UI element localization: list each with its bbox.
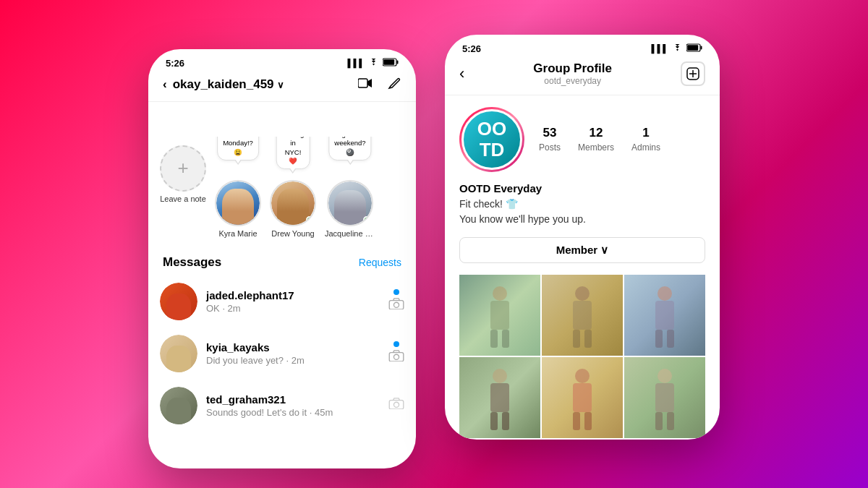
svg-point-28	[493, 369, 507, 383]
camera-icon-kyia[interactable]	[388, 350, 404, 365]
svg-rect-26	[655, 330, 663, 348]
chat-username: okay_kaiden_459	[173, 77, 274, 92]
svg-rect-8	[389, 401, 404, 409]
header-title-area: ‹ okay_kaiden_459 ∨	[163, 77, 284, 92]
svg-rect-12	[687, 45, 698, 51]
ted-avatar	[160, 387, 197, 424]
svg-rect-11	[701, 46, 702, 50]
plus-icon: +	[177, 157, 188, 179]
status-bar-left: 5:26 ▌▌▌	[148, 49, 416, 72]
grid-photo-4	[459, 357, 540, 438]
note-bubble-kyra: Why is tomorrow Monday!? 😩	[217, 137, 259, 160]
svg-rect-31	[502, 412, 509, 430]
chat-header: ‹ okay_kaiden_459 ∨	[148, 72, 416, 102]
messages-section: Messages Requests jaded.elephant17 OK · …	[148, 247, 416, 432]
camera-icon-ted[interactable]	[388, 398, 404, 413]
requests-link[interactable]: Requests	[359, 257, 401, 268]
group-avatar-ring: OOTD	[459, 107, 524, 172]
group-header: ‹ Group Profile ootd_everyday	[445, 57, 720, 95]
phone-left: 5:26 ▌▌▌ ‹ okay_kaiden_459 ∨	[148, 49, 416, 468]
ted-preview: Sounds good! Let's do it · 45m	[206, 407, 380, 418]
jaded-meta	[388, 289, 404, 313]
admins-label: Admins	[631, 142, 660, 153]
members-count: 12	[578, 126, 614, 140]
add-story-avatar: +	[160, 145, 206, 192]
svg-rect-23	[584, 330, 592, 348]
member-button-label: Member ∨	[556, 244, 609, 257]
member-button[interactable]: Member ∨	[459, 237, 705, 263]
grid-photo-2	[542, 275, 623, 356]
kyia-info: kyia_kayaks Did you leave yet? · 2m	[206, 341, 380, 366]
add-button-right[interactable]	[681, 61, 705, 86]
admins-count: 1	[631, 126, 660, 140]
grid-photo-6	[624, 357, 705, 438]
kyia-meta	[388, 341, 404, 365]
group-stats: 53 Posts 12 Members 1 Admins	[539, 126, 660, 153]
posts-count: 53	[539, 126, 561, 140]
time-left: 5:26	[166, 58, 184, 69]
svg-rect-4	[389, 301, 404, 309]
jacq-label: Jacqueline Lam	[325, 229, 375, 238]
ted-meta	[388, 398, 404, 413]
jacq-avatar	[327, 180, 373, 226]
svg-rect-29	[490, 383, 509, 412]
unread-dot-jaded	[393, 289, 399, 295]
group-top-section: OOTD 53 Posts 12 Members 1 Admins	[459, 107, 705, 172]
svg-rect-39	[667, 412, 674, 430]
story-item-add[interactable]: + Leave a note	[160, 145, 206, 238]
members-label: Members	[578, 142, 614, 153]
edit-icon[interactable]	[387, 76, 401, 94]
add-story-label: Leave a note	[160, 194, 206, 203]
svg-rect-38	[655, 412, 663, 430]
svg-rect-34	[573, 412, 580, 430]
svg-point-32	[575, 369, 590, 383]
message-item-ted[interactable]: ted_graham321 Sounds good! Let's do it ·…	[148, 380, 416, 432]
photo-grid	[459, 275, 705, 438]
svg-point-5	[393, 302, 399, 307]
svg-rect-3	[358, 79, 367, 87]
svg-rect-2	[383, 59, 394, 65]
story-item-kyra[interactable]: Why is tomorrow Monday!? 😩 Kyra Marie	[215, 145, 261, 238]
svg-point-7	[393, 354, 399, 359]
group-bio: OOTD Everyday Fit check! 👕You know we'll…	[459, 182, 705, 227]
status-icons-left: ▌▌▌	[348, 58, 399, 68]
svg-rect-25	[655, 301, 674, 330]
svg-point-16	[493, 286, 507, 301]
message-item-jaded[interactable]: jaded.elephant17 OK · 2m	[148, 275, 416, 328]
group-profile-content: OOTD 53 Posts 12 Members 1 Admins	[445, 95, 720, 440]
kyra-avatar	[215, 180, 261, 226]
camera-icon-jaded[interactable]	[388, 298, 404, 313]
group-avatar: OOTD	[461, 109, 522, 170]
phones-container: 5:26 ▌▌▌ ‹ okay_kaiden_459 ∨	[148, 20, 720, 468]
svg-rect-19	[502, 330, 509, 348]
messages-title: Messages	[163, 255, 221, 270]
jaded-avatar	[160, 283, 197, 320]
ted-username: ted_graham321	[206, 393, 380, 406]
video-call-icon[interactable]	[358, 76, 374, 94]
phone-right: 5:26 ▌▌▌ ‹ Group Profile ootd_everyday	[445, 35, 720, 440]
group-title-area: Group Profile ootd_everyday	[533, 61, 612, 86]
story-item-jacq[interactable]: Game night this weekend? 🎱 Jacqueline La…	[325, 145, 375, 238]
svg-rect-35	[584, 412, 592, 430]
stories-section: + Leave a note Why is tomorrow Monday!? …	[148, 102, 416, 247]
stat-admins: 1 Admins	[631, 126, 660, 153]
group-title: Group Profile	[533, 61, 612, 76]
jaded-preview: OK · 2m	[206, 303, 380, 314]
svg-rect-6	[389, 353, 404, 361]
jaded-info: jaded.elephant17 OK · 2m	[206, 289, 380, 314]
story-item-drew[interactable]: Finally landing in NYC! ❤️ Drew Young	[270, 145, 316, 238]
signal-icon-left: ▌▌▌	[348, 59, 365, 67]
status-icons-right: ▌▌▌	[652, 43, 702, 53]
header-icons	[358, 76, 401, 94]
group-name: OOTD Everyday	[459, 182, 705, 194]
message-item-kyia[interactable]: kyia_kayaks Did you leave yet? · 2m	[148, 328, 416, 380]
grid-photo-3	[624, 275, 705, 356]
note-bubble-drew: Finally landing in NYC! ❤️	[276, 137, 310, 170]
svg-rect-21	[573, 301, 592, 330]
unread-dot-kyia	[393, 341, 399, 347]
svg-rect-33	[573, 383, 592, 412]
back-button-right[interactable]: ‹	[459, 64, 464, 83]
signal-icon-right: ▌▌▌	[652, 44, 668, 53]
group-desc: Fit check! 👕You know we'll hype you up.	[459, 197, 705, 227]
back-button-left[interactable]: ‹	[163, 77, 167, 92]
